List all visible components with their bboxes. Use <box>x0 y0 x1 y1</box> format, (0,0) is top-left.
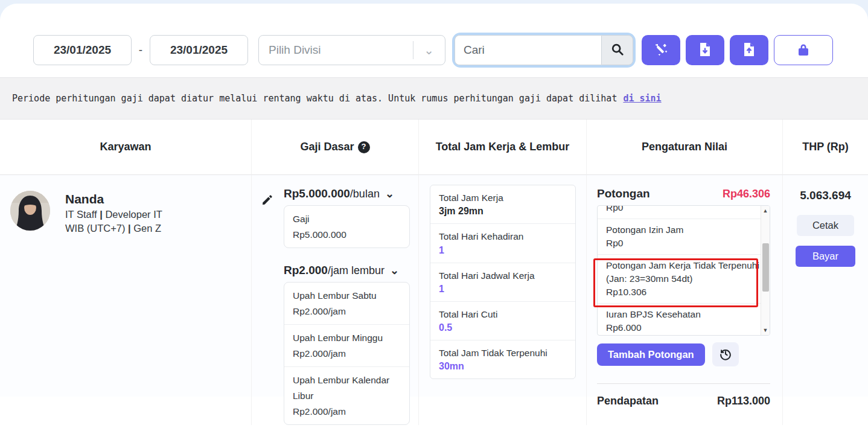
employee-role: IT Staff | Developer IT <box>65 209 162 220</box>
file-download-icon <box>698 42 712 59</box>
table-header-row: Karyawan Gaji Dasar ? Total Jam Kerja & … <box>0 120 868 175</box>
search-group <box>455 35 633 65</box>
employee-name: Nanda <box>65 192 162 206</box>
overtime-item-kalendar-libur: Upah Lembur Kalendar Libur Rp2.000/jam <box>284 366 409 424</box>
history-button[interactable] <box>712 342 739 366</box>
potongan-item-partial: Rp0 <box>598 205 761 219</box>
cetak-button[interactable]: Cetak <box>797 215 854 236</box>
info-banner-text: Periode perhitungan gaji dapat diatur me… <box>12 93 617 104</box>
lock-icon <box>797 42 810 59</box>
scroll-up-icon[interactable]: ▲ <box>761 208 770 214</box>
help-icon[interactable]: ? <box>358 141 370 153</box>
chevron-down-icon: ⌄ <box>390 264 399 276</box>
edit-salary-icon[interactable] <box>261 194 273 208</box>
potongan-list[interactable]: Rp0 Potongan Izin Jam Rp0 Potongan Jam K… <box>597 205 770 336</box>
employee-timezone: WIB (UTC+7) | Gen Z <box>65 223 162 234</box>
potongan-item-bpjs: Iuran BPJS Kesehatan Rp6.000 <box>598 304 761 336</box>
avatar <box>10 191 50 231</box>
auto-calculate-button[interactable] <box>642 35 680 65</box>
separator: | <box>100 209 103 220</box>
bayar-button[interactable]: Bayar <box>796 246 855 267</box>
overtime-item-minggu: Upah Lembur Minggu Rp2.000/jam <box>284 324 409 366</box>
header-gaji-dasar: Gaji Dasar ? <box>252 120 419 175</box>
chevron-down-icon: ⌄ <box>424 35 434 65</box>
history-icon <box>719 347 732 362</box>
monthly-salary-dropdown[interactable]: Rp5.000.000/bulan ⌄ <box>284 187 410 200</box>
work-hours-card: Total Jam Kerja 3jm 29mn Total Hari Keha… <box>430 185 576 379</box>
search-input[interactable] <box>455 35 601 65</box>
potongan-item-izin-jam: Potongan Izin Jam Rp0 <box>598 219 761 255</box>
pendapatan-row: Pendapatan Rp113.000 <box>597 395 770 407</box>
pendapatan-label: Pendapatan <box>597 395 659 407</box>
total-hari-cuti-row: Total Hari Cuti 0.5 <box>430 302 575 340</box>
header-pengaturan-nilai: Pengaturan Nilai <box>587 120 783 175</box>
cell-karyawan: Nanda IT Staff | Developer IT WIB (UTC+7… <box>0 175 252 425</box>
table-row: Nanda IT Staff | Developer IT WIB (UTC+7… <box>0 175 868 397</box>
info-banner: Periode perhitungan gaji dapat diatur me… <box>0 77 868 120</box>
division-select[interactable]: Pilih Divisi ⌄ <box>258 35 445 65</box>
list-scrollbar[interactable]: ▲ ▼ <box>761 206 770 335</box>
overtime-detail-card: Upah Lembur Sabtu Rp2.000/jam Upah Lembu… <box>284 282 410 425</box>
salary-detail-item: Gaji Rp5.000.000 <box>284 206 409 248</box>
import-button[interactable] <box>730 35 768 65</box>
section-divider <box>597 383 770 384</box>
select-divider <box>413 41 413 59</box>
search-icon <box>611 43 624 58</box>
magic-wand-icon <box>654 42 668 59</box>
overtime-item-sabtu: Upah Lembur Sabtu Rp2.000/jam <box>284 283 409 324</box>
toolbar: 23/01/2025 - 23/01/2025 Pilih Divisi ⌄ <box>0 4 868 65</box>
lock-button[interactable] <box>774 35 833 65</box>
thp-value: 5.063.694 <box>783 189 868 202</box>
salary-detail-card: Gaji Rp5.000.000 <box>284 205 410 248</box>
header-karyawan: Karyawan <box>0 120 252 175</box>
overtime-rate-dropdown[interactable]: Rp2.000/jam lembur ⌄ <box>284 264 410 277</box>
total-jam-tidak-terpenuhi-row: Total Jam Tidak Terpenuhi 30mn <box>430 340 575 378</box>
file-upload-icon <box>742 42 756 59</box>
potongan-item-jam-tidak-terpenuhi: Potongan Jam Kerja Tidak Terpenuhi (Jan:… <box>598 255 761 304</box>
total-jam-kerja-row: Total Jam Kerja 3jm 29mn <box>430 185 575 224</box>
date-from-input[interactable]: 23/01/2025 <box>33 35 132 65</box>
info-banner-link[interactable]: di sini <box>623 93 661 104</box>
date-range-separator: - <box>132 43 150 57</box>
chevron-down-icon: ⌄ <box>385 188 394 200</box>
main-panel: 23/01/2025 - 23/01/2025 Pilih Divisi ⌄ <box>0 4 868 428</box>
date-to-input[interactable]: 23/01/2025 <box>150 35 248 65</box>
total-hari-jadwal-kerja-row: Total Hari Jadwal Kerja 1 <box>430 263 575 302</box>
tambah-potongan-button[interactable]: Tambah Potongan <box>597 343 705 366</box>
scrollbar-thumb[interactable] <box>762 243 769 292</box>
export-button[interactable] <box>686 35 724 65</box>
separator: | <box>128 223 131 234</box>
potongan-title: Potongan <box>597 187 650 200</box>
total-hari-kehadiran-row: Total Hari Kehadiran 1 <box>430 224 575 263</box>
header-total-jam: Total Jam Kerja & Lembur <box>419 120 587 175</box>
cell-pengaturan-nilai: Potongan Rp46.306 Rp0 Potongan Izin Jam … <box>587 175 783 425</box>
potongan-total: Rp46.306 <box>723 188 770 200</box>
scroll-down-icon[interactable]: ▼ <box>761 327 770 333</box>
header-thp: THP (Rp) <box>783 120 868 175</box>
cell-gaji-dasar: Rp5.000.000/bulan ⌄ Gaji Rp5.000.000 Rp2… <box>252 175 419 425</box>
division-select-placeholder: Pilih Divisi <box>269 43 321 57</box>
cell-thp: 5.063.694 Cetak Bayar <box>783 175 868 425</box>
cell-total-jam: Total Jam Kerja 3jm 29mn Total Hari Keha… <box>419 175 587 425</box>
pendapatan-value: Rp113.000 <box>717 395 770 407</box>
search-button[interactable] <box>601 35 633 65</box>
